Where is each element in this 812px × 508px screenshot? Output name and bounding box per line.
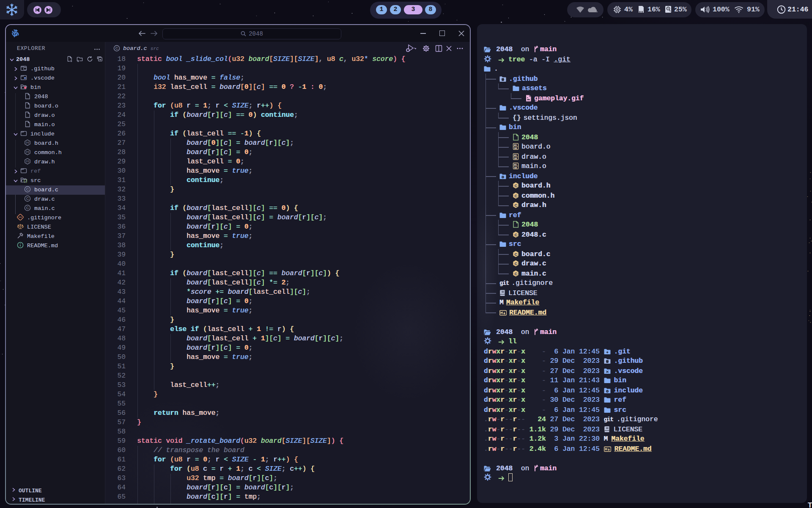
svg-text:C: C bbox=[514, 271, 517, 276]
svg-text:C: C bbox=[514, 261, 517, 266]
svg-text:10: 10 bbox=[514, 166, 517, 169]
svg-text:C: C bbox=[514, 193, 517, 198]
svg-text:C: C bbox=[115, 46, 118, 50]
svg-text:C: C bbox=[514, 232, 517, 237]
svg-text:10: 10 bbox=[514, 157, 517, 160]
svg-text:C: C bbox=[514, 252, 517, 257]
svg-text:10: 10 bbox=[514, 147, 517, 150]
svg-text:C: C bbox=[514, 203, 517, 207]
svg-text:C: C bbox=[514, 183, 517, 188]
